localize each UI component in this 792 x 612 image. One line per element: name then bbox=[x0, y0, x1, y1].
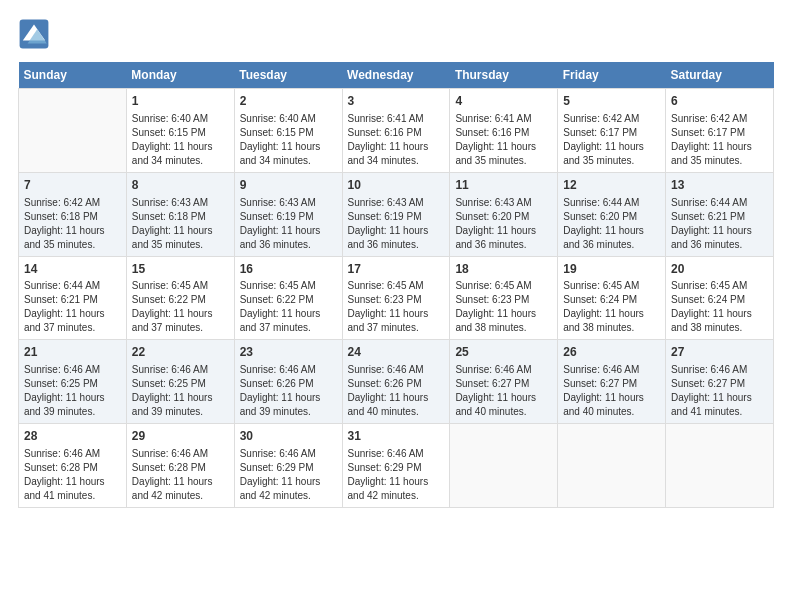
day-info-line: and 39 minutes. bbox=[240, 405, 337, 419]
day-info-line: Daylight: 11 hours bbox=[24, 391, 121, 405]
day-number: 1 bbox=[132, 93, 229, 110]
day-number: 26 bbox=[563, 344, 660, 361]
day-cell: 25Sunrise: 6:46 AMSunset: 6:27 PMDayligh… bbox=[450, 340, 558, 424]
day-info-line: Daylight: 11 hours bbox=[240, 475, 337, 489]
day-info-line: Daylight: 11 hours bbox=[24, 307, 121, 321]
day-info-line: Sunset: 6:24 PM bbox=[671, 293, 768, 307]
day-info-line: Sunrise: 6:46 AM bbox=[671, 363, 768, 377]
day-info-line: and 36 minutes. bbox=[671, 238, 768, 252]
day-info-line: Sunrise: 6:46 AM bbox=[563, 363, 660, 377]
day-info-line: and 40 minutes. bbox=[455, 405, 552, 419]
day-info-line: Sunset: 6:17 PM bbox=[563, 126, 660, 140]
day-info-line: Sunrise: 6:42 AM bbox=[24, 196, 121, 210]
day-cell: 22Sunrise: 6:46 AMSunset: 6:25 PMDayligh… bbox=[126, 340, 234, 424]
day-cell: 27Sunrise: 6:46 AMSunset: 6:27 PMDayligh… bbox=[666, 340, 774, 424]
day-info-line: Sunrise: 6:46 AM bbox=[24, 363, 121, 377]
day-cell: 7Sunrise: 6:42 AMSunset: 6:18 PMDaylight… bbox=[19, 172, 127, 256]
day-cell: 18Sunrise: 6:45 AMSunset: 6:23 PMDayligh… bbox=[450, 256, 558, 340]
day-number: 21 bbox=[24, 344, 121, 361]
day-info-line: Sunrise: 6:46 AM bbox=[348, 363, 445, 377]
logo-icon bbox=[18, 18, 50, 50]
day-info-line: Daylight: 11 hours bbox=[348, 391, 445, 405]
day-info-line: and 35 minutes. bbox=[132, 238, 229, 252]
day-cell: 24Sunrise: 6:46 AMSunset: 6:26 PMDayligh… bbox=[342, 340, 450, 424]
day-info-line: Sunset: 6:25 PM bbox=[24, 377, 121, 391]
day-info-line: Sunset: 6:15 PM bbox=[240, 126, 337, 140]
day-number: 20 bbox=[671, 261, 768, 278]
day-info-line: and 42 minutes. bbox=[348, 489, 445, 503]
day-info-line: Sunrise: 6:45 AM bbox=[348, 279, 445, 293]
day-info-line: Daylight: 11 hours bbox=[132, 391, 229, 405]
day-number: 17 bbox=[348, 261, 445, 278]
day-info-line: Sunrise: 6:46 AM bbox=[132, 363, 229, 377]
col-sunday: Sunday bbox=[19, 62, 127, 89]
day-info-line: Sunrise: 6:46 AM bbox=[132, 447, 229, 461]
day-info-line: Sunrise: 6:40 AM bbox=[132, 112, 229, 126]
day-info-line: Sunset: 6:18 PM bbox=[132, 210, 229, 224]
day-cell bbox=[450, 424, 558, 508]
day-info-line: and 35 minutes. bbox=[455, 154, 552, 168]
day-info-line: Daylight: 11 hours bbox=[563, 307, 660, 321]
day-info-line: Sunrise: 6:44 AM bbox=[24, 279, 121, 293]
day-info-line: Sunset: 6:28 PM bbox=[24, 461, 121, 475]
day-info-line: and 36 minutes. bbox=[348, 238, 445, 252]
day-number: 7 bbox=[24, 177, 121, 194]
day-cell: 30Sunrise: 6:46 AMSunset: 6:29 PMDayligh… bbox=[234, 424, 342, 508]
day-number: 8 bbox=[132, 177, 229, 194]
day-cell: 6Sunrise: 6:42 AMSunset: 6:17 PMDaylight… bbox=[666, 89, 774, 173]
day-info-line: Sunset: 6:19 PM bbox=[240, 210, 337, 224]
col-tuesday: Tuesday bbox=[234, 62, 342, 89]
day-info-line: Sunrise: 6:46 AM bbox=[240, 447, 337, 461]
day-cell: 13Sunrise: 6:44 AMSunset: 6:21 PMDayligh… bbox=[666, 172, 774, 256]
day-info-line: Sunrise: 6:43 AM bbox=[132, 196, 229, 210]
day-info-line: Sunset: 6:26 PM bbox=[348, 377, 445, 391]
logo bbox=[18, 18, 54, 50]
day-cell: 8Sunrise: 6:43 AMSunset: 6:18 PMDaylight… bbox=[126, 172, 234, 256]
day-info-line: and 35 minutes. bbox=[671, 154, 768, 168]
day-info-line: Daylight: 11 hours bbox=[671, 224, 768, 238]
day-info-line: and 40 minutes. bbox=[348, 405, 445, 419]
day-cell: 4Sunrise: 6:41 AMSunset: 6:16 PMDaylight… bbox=[450, 89, 558, 173]
day-cell bbox=[19, 89, 127, 173]
day-info-line: and 40 minutes. bbox=[563, 405, 660, 419]
day-info-line: Sunset: 6:20 PM bbox=[563, 210, 660, 224]
day-number: 23 bbox=[240, 344, 337, 361]
day-number: 2 bbox=[240, 93, 337, 110]
day-info-line: Sunset: 6:26 PM bbox=[240, 377, 337, 391]
day-info-line: and 37 minutes. bbox=[240, 321, 337, 335]
day-info-line: and 39 minutes. bbox=[24, 405, 121, 419]
day-info-line: Sunrise: 6:41 AM bbox=[348, 112, 445, 126]
day-info-line: Daylight: 11 hours bbox=[563, 140, 660, 154]
day-cell: 15Sunrise: 6:45 AMSunset: 6:22 PMDayligh… bbox=[126, 256, 234, 340]
day-cell: 10Sunrise: 6:43 AMSunset: 6:19 PMDayligh… bbox=[342, 172, 450, 256]
day-cell: 14Sunrise: 6:44 AMSunset: 6:21 PMDayligh… bbox=[19, 256, 127, 340]
day-cell: 3Sunrise: 6:41 AMSunset: 6:16 PMDaylight… bbox=[342, 89, 450, 173]
day-cell: 5Sunrise: 6:42 AMSunset: 6:17 PMDaylight… bbox=[558, 89, 666, 173]
day-info-line: Sunset: 6:15 PM bbox=[132, 126, 229, 140]
day-number: 11 bbox=[455, 177, 552, 194]
day-number: 15 bbox=[132, 261, 229, 278]
calendar-table: SundayMondayTuesdayWednesdayThursdayFrid… bbox=[18, 62, 774, 508]
day-info-line: and 35 minutes. bbox=[24, 238, 121, 252]
day-info-line: and 36 minutes. bbox=[455, 238, 552, 252]
day-number: 9 bbox=[240, 177, 337, 194]
day-info-line: Sunrise: 6:40 AM bbox=[240, 112, 337, 126]
week-row-4: 21Sunrise: 6:46 AMSunset: 6:25 PMDayligh… bbox=[19, 340, 774, 424]
day-info-line: and 38 minutes. bbox=[563, 321, 660, 335]
day-info-line: and 42 minutes. bbox=[240, 489, 337, 503]
header-row: SundayMondayTuesdayWednesdayThursdayFrid… bbox=[19, 62, 774, 89]
day-info-line: Sunset: 6:27 PM bbox=[455, 377, 552, 391]
day-info-line: Sunrise: 6:45 AM bbox=[240, 279, 337, 293]
day-number: 22 bbox=[132, 344, 229, 361]
day-info-line: Daylight: 11 hours bbox=[348, 140, 445, 154]
day-number: 3 bbox=[348, 93, 445, 110]
day-info-line: Daylight: 11 hours bbox=[132, 475, 229, 489]
day-info-line: Daylight: 11 hours bbox=[671, 307, 768, 321]
day-info-line: and 39 minutes. bbox=[132, 405, 229, 419]
day-number: 16 bbox=[240, 261, 337, 278]
day-cell bbox=[558, 424, 666, 508]
day-info-line: Daylight: 11 hours bbox=[455, 307, 552, 321]
day-number: 24 bbox=[348, 344, 445, 361]
day-info-line: Daylight: 11 hours bbox=[671, 391, 768, 405]
day-number: 12 bbox=[563, 177, 660, 194]
